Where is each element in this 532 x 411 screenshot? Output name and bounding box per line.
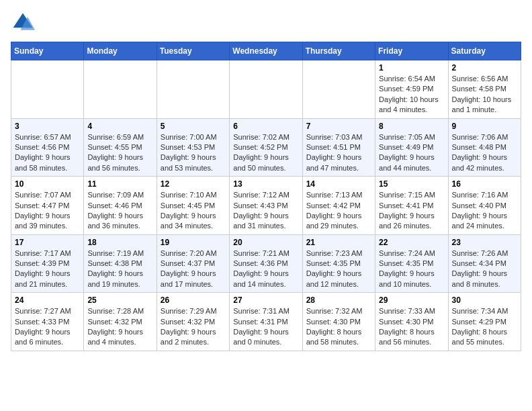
calendar-cell [230,60,302,119]
day-info: Sunrise: 7:32 AM Sunset: 4:30 PM Dayligh… [306,306,371,348]
day-number: 24 [15,295,80,305]
day-info: Sunrise: 7:09 AM Sunset: 4:46 PM Dayligh… [87,190,152,232]
calendar-cell: 13Sunrise: 7:12 AM Sunset: 4:43 PM Dayli… [230,177,302,235]
day-number: 8 [379,122,444,131]
day-info: Sunrise: 7:29 AM Sunset: 4:32 PM Dayligh… [161,306,226,348]
day-info: Sunrise: 7:28 AM Sunset: 4:32 PM Dayligh… [87,306,152,348]
day-info: Sunrise: 7:02 AM Sunset: 4:52 PM Dayligh… [233,132,298,174]
day-number: 19 [161,238,226,247]
day-number: 27 [233,295,298,305]
day-info: Sunrise: 7:17 AM Sunset: 4:39 PM Dayligh… [15,248,80,290]
calendar-table: SundayMondayTuesdayWednesdayThursdayFrid… [11,42,521,351]
calendar-cell: 2Sunrise: 6:56 AM Sunset: 4:58 PM Daylig… [448,60,521,119]
day-number: 4 [87,122,152,131]
day-number: 7 [306,122,371,131]
calendar-cell: 11Sunrise: 7:09 AM Sunset: 4:46 PM Dayli… [84,177,157,235]
day-number: 9 [452,122,517,131]
calendar-cell: 23Sunrise: 7:26 AM Sunset: 4:34 PM Dayli… [448,234,521,293]
calendar-cell: 29Sunrise: 7:33 AM Sunset: 4:30 PM Dayli… [375,293,448,351]
day-number: 10 [15,179,80,189]
weekday-header: Wednesday [230,42,302,60]
day-number: 16 [452,179,517,189]
day-number: 22 [379,238,444,247]
day-number: 28 [306,295,371,305]
day-info: Sunrise: 7:20 AM Sunset: 4:37 PM Dayligh… [161,248,226,290]
day-info: Sunrise: 7:21 AM Sunset: 4:36 PM Dayligh… [233,248,298,290]
day-info: Sunrise: 7:23 AM Sunset: 4:35 PM Dayligh… [306,248,371,290]
calendar-cell: 19Sunrise: 7:20 AM Sunset: 4:37 PM Dayli… [157,234,229,293]
day-info: Sunrise: 7:00 AM Sunset: 4:53 PM Dayligh… [161,132,226,174]
day-info: Sunrise: 7:16 AM Sunset: 4:40 PM Dayligh… [452,190,517,232]
calendar-cell: 26Sunrise: 7:29 AM Sunset: 4:32 PM Dayli… [157,293,229,351]
logo-icon [11,11,35,35]
calendar-cell: 24Sunrise: 7:27 AM Sunset: 4:33 PM Dayli… [11,293,84,351]
day-info: Sunrise: 7:13 AM Sunset: 4:42 PM Dayligh… [306,190,371,232]
day-info: Sunrise: 7:33 AM Sunset: 4:30 PM Dayligh… [379,306,444,348]
calendar-cell: 30Sunrise: 7:34 AM Sunset: 4:29 PM Dayli… [448,293,521,351]
day-info: Sunrise: 7:34 AM Sunset: 4:29 PM Dayligh… [452,306,517,348]
day-info: Sunrise: 6:56 AM Sunset: 4:58 PM Dayligh… [452,74,517,116]
calendar-cell: 3Sunrise: 6:57 AM Sunset: 4:56 PM Daylig… [11,118,84,177]
day-number: 21 [306,238,371,247]
calendar-week-row: 1Sunrise: 6:54 AM Sunset: 4:59 PM Daylig… [11,60,521,119]
weekday-header: Saturday [448,42,521,60]
calendar-week-row: 17Sunrise: 7:17 AM Sunset: 4:39 PM Dayli… [11,234,521,293]
day-info: Sunrise: 7:12 AM Sunset: 4:43 PM Dayligh… [233,190,298,232]
calendar-cell: 21Sunrise: 7:23 AM Sunset: 4:35 PM Dayli… [302,234,375,293]
calendar-cell: 4Sunrise: 6:59 AM Sunset: 4:55 PM Daylig… [84,118,157,177]
day-number: 17 [15,238,80,247]
calendar-cell: 28Sunrise: 7:32 AM Sunset: 4:30 PM Dayli… [302,293,375,351]
day-info: Sunrise: 7:15 AM Sunset: 4:41 PM Dayligh… [379,190,444,232]
day-number: 2 [452,63,517,73]
day-info: Sunrise: 7:10 AM Sunset: 4:45 PM Dayligh… [161,190,226,232]
day-info: Sunrise: 7:05 AM Sunset: 4:49 PM Dayligh… [379,132,444,174]
day-number: 11 [87,179,152,189]
day-info: Sunrise: 6:54 AM Sunset: 4:59 PM Dayligh… [379,74,444,116]
calendar-cell: 6Sunrise: 7:02 AM Sunset: 4:52 PM Daylig… [230,118,302,177]
weekday-header: Friday [375,42,448,60]
day-info: Sunrise: 6:57 AM Sunset: 4:56 PM Dayligh… [15,132,80,174]
day-number: 20 [233,238,298,247]
weekday-header: Tuesday [157,42,229,60]
day-number: 14 [306,179,371,189]
calendar-cell: 5Sunrise: 7:00 AM Sunset: 4:53 PM Daylig… [157,118,229,177]
calendar-cell: 8Sunrise: 7:05 AM Sunset: 4:49 PM Daylig… [375,118,448,177]
calendar-cell [302,60,375,119]
day-info: Sunrise: 7:26 AM Sunset: 4:34 PM Dayligh… [452,248,517,290]
calendar-cell [84,60,157,119]
calendar-cell: 9Sunrise: 7:06 AM Sunset: 4:48 PM Daylig… [448,118,521,177]
day-info: Sunrise: 7:03 AM Sunset: 4:51 PM Dayligh… [306,132,371,174]
calendar-cell: 15Sunrise: 7:15 AM Sunset: 4:41 PM Dayli… [375,177,448,235]
calendar-cell: 22Sunrise: 7:24 AM Sunset: 4:35 PM Dayli… [375,234,448,293]
day-info: Sunrise: 6:59 AM Sunset: 4:55 PM Dayligh… [87,132,152,174]
calendar-week-row: 3Sunrise: 6:57 AM Sunset: 4:56 PM Daylig… [11,118,521,177]
calendar-cell: 16Sunrise: 7:16 AM Sunset: 4:40 PM Dayli… [448,177,521,235]
day-number: 15 [379,179,444,189]
day-info: Sunrise: 7:07 AM Sunset: 4:47 PM Dayligh… [15,190,80,232]
day-info: Sunrise: 7:06 AM Sunset: 4:48 PM Dayligh… [452,132,517,174]
calendar-cell: 27Sunrise: 7:31 AM Sunset: 4:31 PM Dayli… [230,293,302,351]
calendar-cell [11,60,84,119]
day-number: 12 [161,179,226,189]
weekday-header: Sunday [11,42,84,60]
calendar-cell: 1Sunrise: 6:54 AM Sunset: 4:59 PM Daylig… [375,60,448,119]
day-number: 18 [87,238,152,247]
calendar-week-row: 24Sunrise: 7:27 AM Sunset: 4:33 PM Dayli… [11,293,521,351]
day-info: Sunrise: 7:24 AM Sunset: 4:35 PM Dayligh… [379,248,444,290]
calendar-cell: 18Sunrise: 7:19 AM Sunset: 4:38 PM Dayli… [84,234,157,293]
calendar-cell [157,60,229,119]
calendar-cell: 12Sunrise: 7:10 AM Sunset: 4:45 PM Dayli… [157,177,229,235]
day-info: Sunrise: 7:27 AM Sunset: 4:33 PM Dayligh… [15,306,80,348]
calendar-cell: 14Sunrise: 7:13 AM Sunset: 4:42 PM Dayli… [302,177,375,235]
day-number: 13 [233,179,298,189]
day-number: 26 [161,295,226,305]
day-number: 3 [15,122,80,131]
day-info: Sunrise: 7:31 AM Sunset: 4:31 PM Dayligh… [233,306,298,348]
calendar-cell: 7Sunrise: 7:03 AM Sunset: 4:51 PM Daylig… [302,118,375,177]
calendar-cell: 17Sunrise: 7:17 AM Sunset: 4:39 PM Dayli… [11,234,84,293]
day-number: 25 [87,295,152,305]
day-number: 5 [161,122,226,131]
day-number: 23 [452,238,517,247]
page-header [11,11,521,35]
calendar-cell: 25Sunrise: 7:28 AM Sunset: 4:32 PM Dayli… [84,293,157,351]
